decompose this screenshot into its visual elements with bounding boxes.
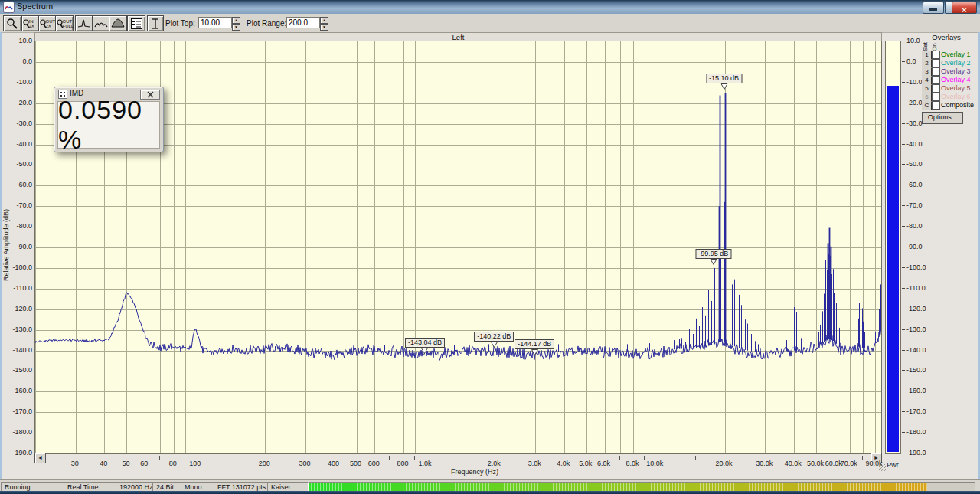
x-axis-tick-label: 6.0k [597,460,610,467]
overlay-on-checkbox-1[interactable] [932,51,940,59]
arrow-left-icon: ◄ [38,455,43,460]
x-axis-tick-label: 300 [299,460,311,467]
plot-top-input[interactable] [198,17,232,28]
window-border-bottom [0,491,980,494]
zoom-in-2x-button[interactable]: IN 2X [21,15,40,31]
x-axis-minor-tick [185,456,185,460]
zoom-out-full-button[interactable]: OUT FULL [55,15,74,31]
y-axis-tick [902,391,905,391]
plot-range-input[interactable] [286,17,320,28]
cursor-marker-pointer-icon [491,342,498,348]
y-axis-tick-label-right: -20.0 [906,99,923,106]
zoom-tool-button[interactable] [3,15,21,31]
magnifier-full-icon [57,18,63,29]
overlays-options-button[interactable]: Options... [922,112,963,124]
overlay-label: Overlay 6 [941,93,971,100]
x-axis-tick-label: 40.0k [785,460,802,467]
cursor-ibeam-button[interactable] [147,15,164,31]
y-axis-tick-label: -60.0 [0,181,32,188]
overlay-set-button-c[interactable]: C [922,101,932,110]
x-axis-tick-label: 100 [189,460,201,467]
x-axis-tick-label: 8.0k [626,460,639,467]
overlay-on-checkbox-4[interactable] [932,76,940,84]
y-axis-tick-label: -130.0 [0,326,32,333]
x-axis-tick-label: 500 [350,460,361,467]
zoom-in-2x-label: IN 2X [29,19,39,28]
y-axis-tick-label: -190.0 [0,449,32,456]
plot-top-spinner: ▲▼ [232,17,240,28]
y-axis-tick-label: -20.0 [0,99,32,106]
window-title: Spectrum [17,2,53,11]
minimize-icon [929,8,937,11]
overlay-on-checkbox-6[interactable] [932,93,940,101]
x-axis-minor-tick [862,456,863,460]
power-meter-fill [887,86,899,452]
y-axis-tick [902,164,905,165]
imd-window[interactable]: IMD 0.0590 % [54,87,164,152]
power-meter [885,41,901,454]
x-axis-tick-label: 30 [71,460,79,467]
x-axis-tick-label: 50 [122,460,129,467]
plot-top-spin-down[interactable]: ▼ [232,24,240,31]
y-axis-tick-label-right: -70.0 [906,201,923,209]
sharp-peak-icon [77,18,91,28]
y-axis-tick-label: -90.0 [0,243,32,250]
x-axis-tick-label: 20.0k [715,460,732,467]
y-axis-tick-label-right: -140.0 [906,346,926,354]
overlays-header: Overlays [922,33,971,41]
peak-filled-button[interactable] [109,15,127,31]
y-axis-tick [902,185,905,185]
y-axis-tick [902,267,905,268]
y-axis-tick-label-right: 10.0 [906,37,920,44]
y-axis-tick [902,41,905,41]
cursor-marker: -143.04 dB [405,338,445,354]
cursor-marker-pointer-icon [720,83,727,90]
minimize-button[interactable] [923,2,944,14]
x-axis-tick-label: 60.0k [825,460,842,467]
y-axis-tick-label-right: -120.0 [906,305,926,312]
overlay-label: Composite [941,101,974,109]
overlay-on-checkbox-c[interactable] [932,101,940,110]
magnifier-in-icon [23,18,29,29]
overlay-on-checkbox-5[interactable] [932,84,940,93]
x-axis-tick-label: 40 [100,460,107,467]
plot-top-spin-up[interactable]: ▲ [232,17,240,24]
plot-range-spin-up[interactable]: ▲ [320,17,328,24]
x-axis-tick-label: 30.0k [756,460,773,467]
peak-rounded-button[interactable] [92,15,110,31]
y-axis-tick [902,123,905,124]
x-axis-title: Frequency (Hz) [429,468,521,476]
cursor-marker-pointer-icon [421,348,428,354]
y-axis-tick-label: -140.0 [0,346,32,354]
zoom-out-2x-button[interactable]: OUT 2X [38,15,57,31]
y-axis-tick-label-right: -10.0 [906,78,923,86]
overlay-label: Overlay 1 [941,51,971,58]
x-axis-tick-label: 70.0k [841,460,858,467]
y-axis-tick [902,247,905,247]
overlay-on-checkbox-2[interactable] [932,59,940,67]
progress-meter-segments [308,483,927,491]
y-axis-tick [902,226,905,227]
plot-range-spin-down[interactable]: ▼ [320,24,328,31]
y-axis-tick [902,453,905,453]
filled-hump-icon [111,18,125,28]
y-axis-tick-label-right: -110.0 [906,284,926,292]
title-bar[interactable]: Spectrum × [0,0,980,15]
cursor-marker-pointer-icon [531,349,538,355]
y-axis-tick-label-right: -50.0 [906,160,923,168]
imd-readout-panel: 0.0590 % [57,101,160,149]
close-button[interactable]: × [952,2,977,14]
y-axis-tick-label: -120.0 [0,305,32,312]
x-axis-tick-label: 800 [397,460,408,467]
noise-floor-trace [35,293,881,361]
y-axis-tick-label-right: -170.0 [906,407,926,415]
y-axis-tick-label: -170.0 [0,407,32,415]
y-axis-tick-label: -160.0 [0,387,32,394]
cursor-marker: -140.22 dB [474,332,514,348]
display-list-button[interactable] [127,15,145,31]
peak-sharp-button[interactable] [75,15,93,31]
x-axis-tick-label: 10.0k [646,460,663,467]
overlay-on-checkbox-3[interactable] [932,67,940,76]
list-icon [131,18,142,29]
scroll-left-button[interactable]: ◄ [34,453,46,463]
